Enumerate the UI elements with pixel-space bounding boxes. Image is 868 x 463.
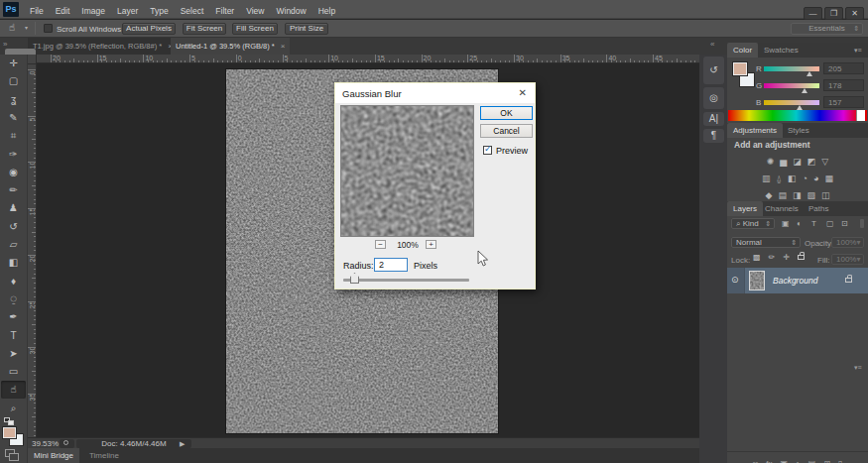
tool-rectangle[interactable]: ▭: [1, 363, 26, 381]
channel-slider[interactable]: [764, 83, 819, 88]
threshold-icon[interactable]: ◨: [793, 190, 802, 200]
lock-pixels-icon[interactable]: ✏: [769, 253, 776, 262]
cancel-button[interactable]: Cancel: [480, 124, 533, 138]
delete-layer-icon[interactable]: ▯: [838, 458, 842, 463]
minimize-button[interactable]: —: [804, 7, 822, 20]
channel-slider-thumb[interactable]: [806, 71, 812, 76]
tool-path-selection[interactable]: ➤: [1, 345, 26, 363]
tool-preset-caret-icon[interactable]: ▾: [25, 24, 28, 31]
tool-clone-stamp[interactable]: ♟: [1, 199, 26, 217]
posterize-icon[interactable]: ▤: [778, 190, 787, 200]
tool-quick-selection[interactable]: ✎: [1, 109, 26, 127]
character-panel-icon[interactable]: A|: [703, 112, 724, 126]
scroll-all-windows-checkbox[interactable]: [44, 24, 53, 33]
fill-value[interactable]: 100%▾: [831, 254, 864, 265]
screen-mode-button[interactable]: [5, 449, 15, 457]
tool-pen[interactable]: ✒: [1, 308, 26, 326]
link-layers-icon[interactable]: ∞: [752, 458, 758, 463]
channel-slider[interactable]: [764, 100, 819, 105]
blur-preview-box[interactable]: [340, 105, 474, 237]
tool-eyedropper[interactable]: ✑: [1, 146, 26, 164]
tab-close-icon[interactable]: ×: [281, 42, 286, 51]
preview-checkbox[interactable]: ✓: [483, 146, 492, 155]
color-ramp-white[interactable]: [856, 110, 865, 121]
new-layer-icon[interactable]: ⊞: [823, 458, 830, 463]
tool-move[interactable]: ✛: [1, 55, 26, 72]
document-tab-1[interactable]: T1.jpg @ 39.5% (Reflection, RGB/8#) *×: [28, 38, 178, 55]
menu-select[interactable]: Select: [175, 2, 210, 21]
tab-color[interactable]: Color: [727, 43, 758, 58]
tab-swatches[interactable]: Swatches: [758, 43, 805, 58]
fit-screen-button[interactable]: Fit Screen: [183, 23, 226, 35]
channel-slider-thumb[interactable]: [802, 88, 807, 93]
tool-history-brush[interactable]: ↺: [1, 218, 26, 236]
color-panel-menu-icon[interactable]: ▾≡: [854, 47, 864, 54]
levels-icon[interactable]: ▅: [780, 157, 787, 167]
foreground-color-well[interactable]: [733, 62, 747, 75]
history-panel-icon[interactable]: ↺: [703, 57, 724, 84]
menu-file[interactable]: File: [24, 2, 50, 21]
tool-brush[interactable]: ✏: [1, 181, 26, 199]
zoom-out-button[interactable]: −: [375, 240, 386, 249]
dialog-close-icon[interactable]: ✕: [519, 87, 527, 98]
status-arrow-icon[interactable]: ▶: [180, 439, 185, 448]
lock-transparency-icon[interactable]: ▩: [753, 253, 761, 262]
menu-layer[interactable]: Layer: [111, 2, 144, 21]
lock-all-icon[interactable]: [798, 255, 805, 260]
blend-mode-dropdown[interactable]: Normal⇕: [731, 237, 801, 248]
clone-source-panel-icon[interactable]: ◎: [703, 87, 724, 109]
color-ramp[interactable]: [728, 110, 867, 121]
tool-crop[interactable]: ⌗: [1, 127, 26, 145]
menu-filter[interactable]: Filter: [209, 2, 240, 21]
ok-button[interactable]: OK: [480, 106, 533, 120]
photo-filter-icon[interactable]: ◔: [803, 174, 807, 183]
tool-hand[interactable]: ☝: [1, 381, 26, 399]
actual-pixels-button[interactable]: Actual Pixels: [122, 23, 176, 35]
type-layer-filter-icon[interactable]: T: [811, 219, 816, 228]
layer-effects-icon[interactable]: fx: [766, 458, 772, 463]
toolbar-collapse-icon[interactable]: »: [3, 40, 6, 49]
bottom-tab-timeline[interactable]: Timeline: [83, 448, 125, 463]
shape-layer-filter-icon[interactable]: ▢: [826, 219, 834, 228]
exposure-icon[interactable]: ◩: [807, 157, 816, 167]
tool-blur[interactable]: ♦: [1, 273, 26, 290]
tool-zoom[interactable]: ⌕: [1, 400, 26, 417]
opacity-value[interactable]: 100%▾: [831, 237, 864, 248]
quick-mask-button[interactable]: [4, 417, 10, 422]
document-size-info[interactable]: Doc: 4.46M/4.46M▶: [76, 439, 191, 448]
zoom-percentage[interactable]: 39.53%: [32, 439, 59, 448]
tab-styles[interactable]: Styles: [782, 123, 815, 138]
tab-paths[interactable]: Paths: [803, 201, 834, 216]
color-lookup-icon[interactable]: ▦: [824, 174, 833, 183]
menu-image[interactable]: Image: [75, 2, 111, 21]
menu-view[interactable]: View: [240, 2, 270, 21]
dialog-title-bar[interactable]: Gaussian Blur ✕: [335, 83, 535, 103]
menu-type[interactable]: Type: [144, 2, 174, 21]
close-button[interactable]: ✕: [845, 7, 864, 20]
layer-visibility-eye-icon[interactable]: ⊙: [731, 276, 739, 285]
radius-slider-track[interactable]: [343, 279, 469, 282]
tool-eraser[interactable]: ▱: [1, 236, 26, 254]
layers-panel-menu-icon[interactable]: ▾≡: [854, 364, 864, 371]
vibrance-icon[interactable]: ▽: [821, 157, 828, 167]
channel-value[interactable]: 205: [823, 62, 864, 74]
foreground-color-swatch[interactable]: [3, 427, 16, 438]
status-icon[interactable]: [60, 439, 74, 448]
channel-mixer-icon[interactable]: ◕: [813, 174, 818, 183]
lock-position-icon[interactable]: ✛: [783, 253, 790, 262]
layer-group-icon[interactable]: ▤: [808, 458, 816, 463]
menu-window[interactable]: Window: [270, 2, 311, 21]
tab-channels[interactable]: Channels: [759, 201, 805, 216]
adjustment-layer-icon[interactable]: ◐: [796, 458, 801, 463]
restore-button[interactable]: ❐: [824, 7, 843, 20]
pixel-layer-filter-icon[interactable]: ▣: [782, 219, 790, 228]
radius-input[interactable]: 2: [374, 258, 408, 272]
tool-type[interactable]: T: [1, 327, 26, 345]
workspace-switcher[interactable]: Essentials⇕: [791, 23, 863, 35]
layer-mask-icon[interactable]: ▣: [780, 458, 788, 463]
tool-gradient[interactable]: ◧: [1, 254, 26, 272]
smart-object-filter-icon[interactable]: ⊡: [841, 219, 848, 228]
layer-row-background[interactable]: ⊙ Background: [727, 268, 868, 293]
dock-collapse-icon[interactable]: «: [710, 40, 713, 49]
tab-layers[interactable]: Layers: [727, 201, 763, 216]
